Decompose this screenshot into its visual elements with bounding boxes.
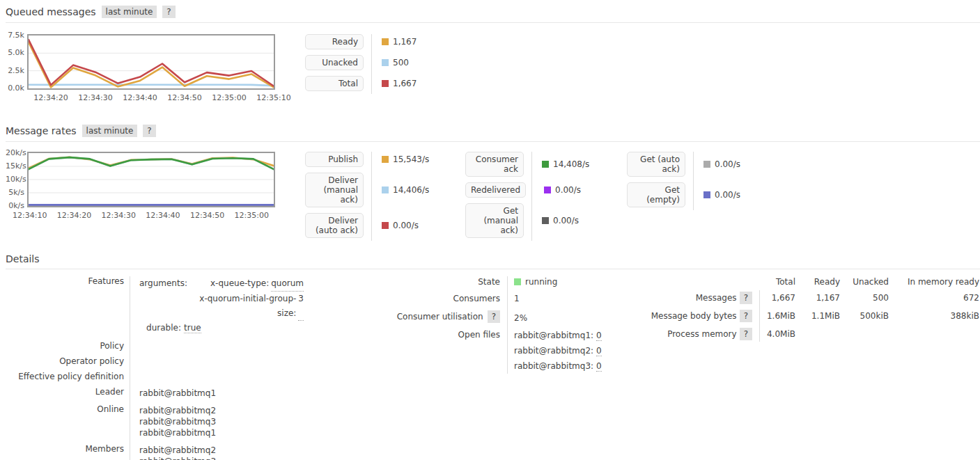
col-header-total: Total xyxy=(752,275,795,289)
ready-button[interactable]: Ready xyxy=(305,34,364,49)
online-label: Online xyxy=(6,404,124,414)
messages-label: Messages xyxy=(696,293,737,303)
chart-plot-area xyxy=(27,152,275,207)
body-bytes-in-memory-ready: 388kiB xyxy=(889,307,979,325)
legend-row-unacked: Unacked 500 xyxy=(305,55,465,70)
get-auto-value: 0.00/s xyxy=(715,159,740,169)
y-axis-tick: 10k/s xyxy=(6,175,24,184)
total-value: 1,667 xyxy=(393,79,417,88)
section-queued-messages: Queued messages last minute ? 7.5k5.0k2.… xyxy=(6,6,980,106)
legend-divider xyxy=(693,152,694,210)
open-files-node: rabbit@rabbitmq2: 0 xyxy=(514,343,644,358)
message-body-bytes-help-icon[interactable]: ? xyxy=(740,310,752,322)
rates-legend-group-3: Get (auto ack) 0.00/s Get (empty) 0.00/s xyxy=(627,152,759,207)
get-empty-button[interactable]: Get (empty) xyxy=(627,182,685,207)
arguments-line: arguments: x-queue-type: quorum x-quorum… xyxy=(139,276,334,321)
divider xyxy=(6,22,980,23)
member-node: rabbit@rabbitmq3 xyxy=(139,457,334,460)
publish-button[interactable]: Publish xyxy=(305,152,364,167)
x-axis-tick: 12:34:30 xyxy=(78,93,112,102)
rates-range-chip[interactable]: last minute xyxy=(82,125,138,137)
legend-row-ready: Ready 1,167 xyxy=(305,34,465,49)
unacked-swatch-icon xyxy=(382,59,389,66)
messages-help-icon[interactable]: ? xyxy=(740,292,752,304)
online-row: Online rabbit@rabbitmq2 rabbit@rabbitmq3… xyxy=(6,404,334,438)
legend-divider xyxy=(371,34,372,94)
deliver-auto-ack-button[interactable]: Deliver (auto ack) xyxy=(305,213,364,238)
x-axis-tick: 12:34:50 xyxy=(190,211,224,220)
redelivered-swatch-icon xyxy=(544,187,551,193)
details-grid: Features arguments: x-queue-type: quorum… xyxy=(6,273,980,460)
policy-label: Policy xyxy=(6,341,124,351)
body-bytes-ready: 1.1MiB xyxy=(795,307,840,325)
rates-legend-group-1: Publish 15,543/s Deliver (manual ack) 14… xyxy=(305,152,465,238)
deliver-manual-value: 14,406/s xyxy=(393,185,429,195)
x-axis-tick: 12:35:00 xyxy=(212,93,246,102)
x-axis-tick: 12:35:00 xyxy=(235,211,269,220)
col-header-ready: Ready xyxy=(795,275,840,289)
y-axis-tick: 7.5k xyxy=(6,31,24,40)
x-axis-tick: 12:34:40 xyxy=(123,93,157,102)
legend-row-deliver-manual: Deliver (manual ack) 14,406/s xyxy=(305,173,465,207)
message-rates-chart: 20k/s15k/s10k/s5k/s0k/s12:34:1012:34:201… xyxy=(6,152,294,224)
queued-legend: Ready 1,167 Unacked 500 Total 1,667 xyxy=(305,34,465,91)
arg-quorum-group-size-value: 3 xyxy=(298,292,304,321)
durable-line: durable: true xyxy=(139,321,334,335)
queued-messages-chart: 7.5k5.0k2.5k0.0k12:34:2012:34:3012:34:40… xyxy=(6,34,294,106)
details-left: Features arguments: x-queue-type: quorum… xyxy=(6,273,334,460)
divider xyxy=(6,269,980,269)
rates-legend-group-2: Consumer ack 14,408/s Redelivered 0.00/s… xyxy=(465,152,627,238)
details-title: Details xyxy=(6,253,40,264)
arg-queue-type-value: quorum xyxy=(271,276,304,292)
details-middle: State running Consumers 1 Consumer utili… xyxy=(340,273,644,374)
queued-help-icon[interactable]: ? xyxy=(162,6,175,18)
online-node: rabbit@rabbitmq3 xyxy=(139,417,334,427)
get-auto-ack-button[interactable]: Get (auto ack) xyxy=(627,152,685,177)
redelivered-button[interactable]: Redelivered xyxy=(465,182,526,198)
publish-swatch-icon xyxy=(382,156,389,163)
queue-detail-page: Queued messages last minute ? 7.5k5.0k2.… xyxy=(0,0,980,460)
x-axis-tick: 12:34:40 xyxy=(146,211,180,220)
section-details: Details Features arguments: x-queue-type… xyxy=(6,253,980,460)
x-axis-tick: 12:34:50 xyxy=(167,93,201,102)
total-button[interactable]: Total xyxy=(305,76,364,91)
x-axis-tick: 12:34:20 xyxy=(57,211,91,220)
deliver-auto-swatch-icon xyxy=(382,222,389,229)
process-memory-help-icon[interactable]: ? xyxy=(740,328,752,340)
features-row: Features arguments: x-queue-type: quorum… xyxy=(6,276,334,335)
effective-policy-label: Effective policy definition xyxy=(6,372,124,381)
consumer-ack-swatch-icon xyxy=(542,161,549,168)
chart-plot-area xyxy=(27,34,275,90)
get-auto-swatch-icon xyxy=(703,161,710,168)
consumer-ack-button[interactable]: Consumer ack xyxy=(465,152,524,177)
x-axis-tick: 12:34:30 xyxy=(101,211,135,220)
consumer-utilisation-value: 2% xyxy=(514,310,644,323)
messages-ready: 1,167 xyxy=(795,289,840,307)
get-manual-ack-button[interactable]: Get (manual ack) xyxy=(465,203,524,238)
consumers-label: Consumers xyxy=(340,294,500,303)
unacked-button[interactable]: Unacked xyxy=(305,55,364,70)
message-stats-table: Total Ready Unacked In memory ready Mess… xyxy=(648,275,979,343)
col-header-in-memory-ready: In memory ready xyxy=(889,275,979,289)
state-value: running xyxy=(525,277,557,287)
legend-row-redelivered: Redelivered 0.00/s xyxy=(465,182,627,198)
consumer-utilisation-row: Consumer utilisation ? 2% xyxy=(340,310,644,328)
members-label: Members xyxy=(6,444,124,454)
y-axis-tick: 2.5k xyxy=(6,66,24,75)
members-row: Members rabbit@rabbitmq2 rabbit@rabbitmq… xyxy=(6,444,334,460)
open-files-node: rabbit@rabbitmq3: 0 xyxy=(514,358,644,374)
legend-row-get-manual: Get (manual ack) 0.00/s xyxy=(465,203,627,238)
consumer-utilisation-help-icon[interactable]: ? xyxy=(488,310,500,323)
state-row: State running xyxy=(340,277,644,294)
deliver-manual-ack-button[interactable]: Deliver (manual ack) xyxy=(305,173,364,207)
operator-policy-label: Operator policy xyxy=(6,356,124,366)
legend-row-consumer-ack: Consumer ack 14,408/s xyxy=(465,152,627,177)
y-axis-tick: 20k/s xyxy=(6,148,24,157)
legend-divider xyxy=(371,152,372,241)
process-memory-label: Process memory xyxy=(667,329,736,339)
section-message-rates: Message rates last minute ? 20k/s15k/s10… xyxy=(6,125,980,238)
rates-help-icon[interactable]: ? xyxy=(143,125,155,137)
queued-range-chip[interactable]: last minute xyxy=(102,6,157,18)
consumer-ack-value: 14,408/s xyxy=(553,159,589,169)
process-memory-in-memory-ready xyxy=(889,325,979,343)
